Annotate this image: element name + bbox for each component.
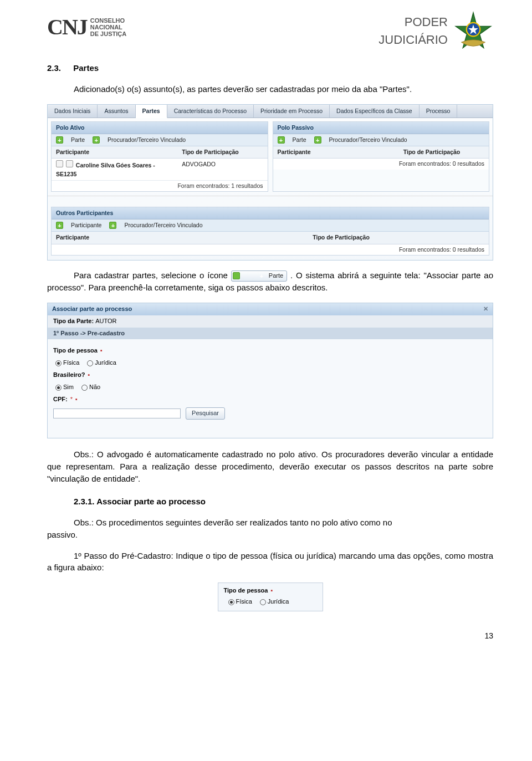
passivo-result-count: Foram encontrados: 0 resultados: [273, 159, 489, 169]
tipo-pessoa-box: Tipo de pessoa ▪ Física Jurídica: [218, 583, 323, 611]
cpf-input[interactable]: [53, 408, 181, 418]
row-action-icon[interactable]: [66, 160, 73, 167]
row-action-icon[interactable]: [56, 160, 63, 167]
poder-judiciario-text: PODER JUDICIÁRIO: [378, 13, 448, 49]
radio-fisica[interactable]: Física: [228, 597, 252, 606]
radio-juridica[interactable]: Jurídica: [260, 597, 289, 606]
passivo-column-headers: Participante Tipo de Participação: [273, 146, 489, 159]
close-icon[interactable]: ✕: [483, 305, 488, 314]
section-heading: 2.3. Partes: [47, 62, 493, 74]
cell-tipo: ADVOGADO: [177, 159, 267, 180]
tabs-row: Dados Iniciais Assuntos Partes Caracterí…: [48, 105, 493, 118]
step-indicator: 1º Passo -> Pre-cadastro: [48, 328, 493, 340]
plus-icon[interactable]: +: [56, 136, 63, 144]
plus-icon[interactable]: +: [278, 136, 285, 144]
obs-2: Obs.: Os procedimentos seguintes deverão…: [47, 517, 493, 541]
cell-participante: Caroline Silva Góes Soares - SE1235: [52, 159, 177, 180]
obs-1: Obs.: O advogado é automaticamente cadas…: [47, 448, 493, 484]
plus-icon[interactable]: +: [56, 222, 63, 229]
dialog-titlebar: Associar parte ao processo ✕: [48, 303, 493, 315]
label-parte[interactable]: Parte: [293, 136, 306, 144]
outros-subheader: + Participante + Procurador/Terceiro Vin…: [52, 219, 489, 232]
cpf-input-row: Pesquisar: [48, 406, 493, 421]
brazil-branding: PODER JUDICIÁRIO: [378, 11, 493, 51]
tab-assuntos[interactable]: Assuntos: [98, 105, 135, 118]
cpf-row: CPF: * ▪: [48, 394, 493, 406]
screenshot-partes-tab: Dados Iniciais Assuntos Partes Caracterí…: [47, 104, 493, 261]
tab-partes[interactable]: Partes: [136, 105, 167, 118]
polo-passivo-title: Polo Passivo: [273, 122, 489, 134]
label-procurador[interactable]: Procurador/Terceiro Vinculado: [108, 136, 186, 144]
ativo-result-count: Foram encontrados: 1 resultados: [52, 181, 268, 191]
section-number: 2.3.: [47, 63, 61, 73]
paragraph-3: 1º Passo do Pré-Cadastro: Indique o tipo…: [47, 550, 493, 574]
pesquisar-button[interactable]: Pesquisar: [186, 407, 225, 420]
radio-fisica[interactable]: Física: [55, 359, 79, 367]
paragraph-2: Para cadastrar partes, selecione o ícone…: [47, 269, 493, 294]
panel-outros-participantes: Outros Participantes + Participante + Pr…: [51, 207, 489, 256]
brasileiro-radios: Sim Não: [48, 381, 493, 394]
outros-column-headers: Participante Tipo de Participação: [52, 232, 489, 244]
tab-caracteristicas[interactable]: Características do Processo: [167, 105, 254, 118]
cnj-logo: CNJ CONSELHO NACIONAL DE JUSTIÇA: [47, 11, 126, 43]
brasileiro-group: Brasileiro? ▪: [48, 369, 493, 381]
plus-icon[interactable]: +: [93, 136, 100, 144]
tipo-pessoa-group: Tipo de pessoa ▪: [48, 345, 493, 357]
dialog-body: Tipo da Parte: AUTOR 1º Passo -> Pre-cad…: [48, 315, 493, 438]
panel-polo-passivo: Polo Passivo + Parte + Procurador/Tercei…: [273, 121, 490, 192]
outros-result-count: Foram encontrados: 0 resultados: [52, 244, 489, 255]
polo-ativo-title: Polo Ativo: [52, 122, 268, 134]
required-asterisk-icon: ▪: [270, 587, 273, 594]
label-procurador[interactable]: Procurador/Terceiro Vinculado: [329, 136, 407, 144]
tipo-parte-row: Tipo da Parte: AUTOR: [48, 315, 493, 328]
outros-title: Outros Participantes: [52, 207, 489, 219]
tab-dados-especificos[interactable]: Dados Específicos da Classe: [330, 105, 420, 118]
panel-polo-ativo: Polo Ativo + Parte + Procurador/Terceiro…: [51, 121, 268, 192]
cnj-fullname: CONSELHO NACIONAL DE JUSTIÇA: [90, 17, 126, 37]
subsection-heading: 2.3.1. Associar parte ao processo: [74, 496, 493, 508]
plus-icon: +: [233, 272, 240, 279]
polo-passivo-subheader: + Parte + Procurador/Terceiro Vinculado: [273, 134, 489, 146]
subsection-number: 2.3.1.: [74, 497, 95, 506]
paragraph-1: Adicionado(s) o(s) assunto(s), as partes…: [47, 83, 493, 95]
radio-juridica[interactable]: Jurídica: [87, 359, 116, 367]
brazil-coat-of-arms-icon: [453, 11, 493, 51]
plus-icon[interactable]: +: [314, 136, 321, 144]
screenshot-associar-parte: Associar parte ao processo ✕ Tipo da Par…: [47, 303, 493, 438]
radio-sim[interactable]: Sim: [55, 383, 74, 392]
tipo-pessoa-box-radios: Física Jurídica: [224, 595, 317, 606]
required-asterisk-icon: *: [70, 396, 73, 402]
plus-icon[interactable]: +: [109, 222, 116, 229]
page-header: CNJ CONSELHO NACIONAL DE JUSTIÇA PODER J…: [47, 11, 493, 51]
label-participante[interactable]: Participante: [71, 221, 101, 229]
required-asterisk-icon: ▪: [75, 396, 78, 402]
required-asterisk-icon: ▪: [100, 347, 103, 354]
ativo-column-headers: Participante Tipo de Participação: [52, 146, 268, 159]
required-asterisk-icon: ▪: [88, 371, 90, 378]
label-parte[interactable]: Parte: [71, 136, 85, 144]
tab-prioridade[interactable]: Prioridade em Processo: [254, 105, 330, 118]
parte-button-label: Parte: [242, 272, 283, 280]
table-row[interactable]: Caroline Silva Góes Soares - SE1235 ADVO…: [52, 159, 268, 180]
parte-button-icon[interactable]: + Parte: [231, 270, 287, 282]
tipo-pessoa-radios: Física Jurídica: [48, 357, 493, 369]
polo-ativo-subheader: + Parte + Procurador/Terceiro Vinculado: [52, 134, 268, 146]
cnj-abbr: CNJ: [47, 11, 87, 43]
section-title: Partes: [73, 63, 99, 73]
polos-row: Polo Ativo + Parte + Procurador/Terceiro…: [48, 118, 493, 195]
dialog-title: Associar parte ao processo: [52, 305, 132, 314]
subsection-title: Associar parte ao processo: [96, 497, 206, 506]
tipo-pessoa-box-label: Tipo de pessoa ▪: [224, 586, 317, 595]
tab-dados-iniciais[interactable]: Dados Iniciais: [48, 105, 98, 118]
radio-nao[interactable]: Não: [81, 383, 100, 392]
label-procurador[interactable]: Procurador/Terceiro Vinculado: [124, 221, 202, 229]
page-number: 13: [47, 630, 493, 641]
tab-processo[interactable]: Processo: [420, 105, 458, 118]
